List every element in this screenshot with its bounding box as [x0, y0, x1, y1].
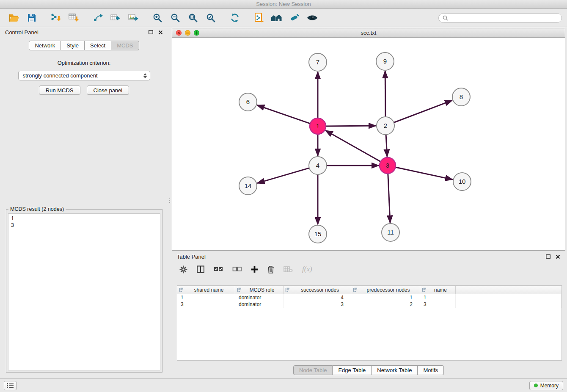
- graph-edge-3-1[interactable]: [325, 130, 380, 161]
- split-view-button[interactable]: [197, 265, 204, 273]
- graph-node-10[interactable]: 10: [453, 173, 471, 190]
- search-input[interactable]: [450, 15, 558, 21]
- cell-shared-name[interactable]: 3: [177, 301, 235, 308]
- float-table-panel-button[interactable]: [546, 254, 550, 259]
- zoom-in-button[interactable]: [149, 10, 166, 25]
- new-network-view-button[interactable]: [250, 10, 268, 25]
- export-table-button[interactable]: [107, 10, 124, 25]
- column-header-shared-name[interactable]: shared name: [177, 286, 235, 294]
- graph-node-15[interactable]: 15: [309, 225, 327, 243]
- graph-edge-2-8[interactable]: [394, 100, 452, 122]
- zoom-fit-button[interactable]: [184, 10, 202, 25]
- tab-style[interactable]: Style: [61, 41, 85, 50]
- tab-mcds[interactable]: MCDS: [111, 41, 139, 50]
- column-header-predecessor-nodes[interactable]: predecessor nodes: [351, 286, 420, 294]
- deselect-all-button[interactable]: [232, 266, 242, 272]
- window-minimize-button[interactable]: [185, 30, 190, 36]
- column-settings-button[interactable]: [179, 265, 187, 273]
- window-zoom-button[interactable]: [194, 30, 199, 36]
- refresh-layout-button[interactable]: [226, 10, 244, 25]
- graph-node-2[interactable]: 2: [377, 117, 394, 135]
- export-network-icon: [92, 13, 103, 23]
- tab-motifs[interactable]: Motifs: [418, 365, 444, 375]
- import-table-button[interactable]: [65, 10, 83, 25]
- graph-node-3[interactable]: 3: [380, 157, 396, 174]
- control-panel-header: Control Panel: [1, 27, 167, 37]
- close-table-panel-button[interactable]: [556, 254, 560, 259]
- network-window-title: scc.txt: [361, 30, 377, 36]
- import-network-button[interactable]: [47, 10, 65, 25]
- graph-edge-3-11[interactable]: [388, 174, 390, 223]
- table-row[interactable]: 1 dominator 4 1 1: [177, 294, 561, 301]
- application-window: Session: New Session: [0, 0, 567, 392]
- delete-row-button[interactable]: [267, 265, 274, 273]
- column-header-successor-nodes[interactable]: successor nodes: [284, 286, 351, 294]
- column-header-mcds-role[interactable]: MCDS role: [235, 286, 284, 294]
- float-panel-button[interactable]: [149, 30, 153, 34]
- mcds-result-area[interactable]: 1 3: [8, 213, 160, 370]
- cell-successor-nodes[interactable]: 3: [284, 301, 351, 308]
- graph-node-11[interactable]: 11: [382, 224, 399, 241]
- zoom-out-icon: [170, 13, 180, 23]
- cell-predecessor-nodes[interactable]: 2: [351, 301, 420, 308]
- task-history-button[interactable]: [4, 381, 17, 390]
- tab-node-table[interactable]: Node Table: [293, 365, 333, 375]
- add-row-button[interactable]: [251, 266, 258, 273]
- graph-edge-2-9[interactable]: [385, 71, 385, 117]
- export-network-button[interactable]: [89, 10, 107, 25]
- network-graph-canvas[interactable]: 7968124314101511: [172, 38, 565, 250]
- cell-successor-nodes[interactable]: 4: [284, 294, 351, 301]
- table-row[interactable]: 3 dominator 3 2 3: [177, 301, 561, 308]
- cell-predecessor-nodes[interactable]: 1: [351, 294, 420, 301]
- tab-select[interactable]: Select: [85, 41, 111, 50]
- control-panel-tabs: Network Style Select MCDS: [1, 41, 167, 50]
- select-all-button[interactable]: [214, 266, 223, 272]
- graph-node-9[interactable]: 9: [376, 52, 394, 70]
- graph-edge-1-2[interactable]: [326, 126, 376, 126]
- column-header-name[interactable]: name: [420, 286, 456, 294]
- svg-text:11: 11: [387, 229, 394, 236]
- export-group: [89, 10, 142, 25]
- network-window-titlebar[interactable]: scc.txt: [172, 28, 565, 38]
- optimization-select[interactable]: strongly connected component: [18, 71, 150, 80]
- panel-splitter[interactable]: [167, 27, 172, 378]
- cell-shared-name[interactable]: 1: [177, 294, 235, 301]
- apply-style-button[interactable]: [286, 10, 303, 25]
- graph-node-4[interactable]: 4: [309, 157, 327, 174]
- search-box[interactable]: [438, 13, 562, 23]
- cell-filler: [456, 301, 561, 308]
- tab-edge-table[interactable]: Edge Table: [333, 365, 372, 375]
- graph-edge-2-3[interactable]: [386, 135, 387, 157]
- graph-node-8[interactable]: 8: [452, 88, 470, 106]
- graph-node-7[interactable]: 7: [309, 53, 327, 71]
- close-panel-action-button[interactable]: Close panel: [87, 86, 129, 95]
- graph-edge-3-10[interactable]: [396, 167, 453, 179]
- cell-name[interactable]: 3: [420, 301, 456, 308]
- cell-name[interactable]: 1: [420, 294, 456, 301]
- save-session-button[interactable]: [23, 10, 41, 25]
- tab-network-table[interactable]: Network Table: [372, 365, 418, 375]
- status-bar: Memory: [0, 378, 567, 392]
- memory-label: Memory: [540, 383, 559, 389]
- graph-node-1[interactable]: 1: [310, 118, 326, 134]
- graph-edge-1-6[interactable]: [257, 105, 310, 124]
- graph-node-6[interactable]: 6: [239, 93, 257, 111]
- tab-network[interactable]: Network: [29, 41, 61, 50]
- zoom-out-button[interactable]: [166, 10, 184, 25]
- graph-node-14[interactable]: 14: [239, 177, 257, 195]
- close-panel-button[interactable]: [158, 30, 163, 35]
- table-panel-header: Table Panel: [172, 251, 565, 262]
- window-close-button[interactable]: [176, 30, 182, 36]
- graph-edge-4-14[interactable]: [257, 168, 309, 183]
- zoom-selected-button[interactable]: [202, 10, 220, 25]
- toggle-visibility-button[interactable]: [303, 10, 321, 25]
- run-mcds-button[interactable]: Run MCDS: [39, 86, 80, 95]
- memory-button[interactable]: Memory: [529, 381, 563, 390]
- sort-icon: [179, 287, 184, 292]
- home-button[interactable]: [268, 10, 286, 25]
- cell-mcds-role[interactable]: dominator: [235, 301, 284, 308]
- export-image-button[interactable]: [124, 10, 142, 25]
- cell-mcds-role[interactable]: dominator: [235, 294, 284, 301]
- open-file-button[interactable]: [5, 10, 23, 25]
- zoom-selected-icon: [206, 13, 216, 23]
